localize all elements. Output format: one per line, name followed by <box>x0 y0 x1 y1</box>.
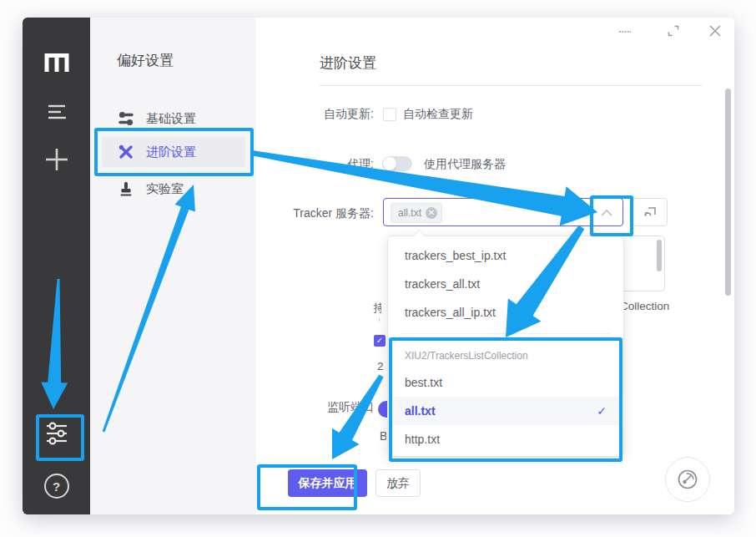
helper-text-fragment: 〈 <box>372 313 380 328</box>
proxy-label: 代理: <box>257 157 374 172</box>
lab-stamp-icon <box>118 181 134 196</box>
sidebar-item-label: 基础设置 <box>146 111 196 127</box>
dropdown-group-label: XIU2/TrackersListCollection <box>388 343 623 368</box>
sidebar-item-advanced[interactable]: 进阶设置 <box>102 137 245 167</box>
proxy-toggle[interactable] <box>382 156 412 171</box>
auto-update-checkbox-label[interactable]: 自动检查更新 <box>403 107 473 122</box>
app-window: ? 偏好设置 基础设置 进阶设置 <box>23 18 734 514</box>
sync-icon <box>643 205 658 219</box>
listen-port-label: 监听端口 <box>211 400 374 415</box>
page-title: 进阶设置 <box>320 53 376 73</box>
tag-close-icon[interactable]: ✕ <box>426 207 437 219</box>
dropdown-item[interactable]: trackers_all_ip.txt <box>388 298 623 327</box>
title-divider <box>320 85 702 86</box>
preferences-title: 偏好设置 <box>117 51 174 70</box>
dropdown-item[interactable]: http.txt <box>388 425 623 453</box>
preferences-sidebar: 偏好设置 基础设置 进阶设置 <box>90 18 256 514</box>
auto-update-checkbox[interactable] <box>383 108 396 121</box>
textarea-scrollbar[interactable] <box>657 240 662 271</box>
tracker-select[interactable]: all.txt ✕ <box>383 198 623 226</box>
dropdown-item[interactable]: trackers_all.txt <box>388 270 623 298</box>
proxy-toggle-label: 使用代理服务器 <box>424 157 506 172</box>
sidebar-item-label: 实验室 <box>146 181 184 197</box>
sidebar-item-basic[interactable]: 基础设置 <box>102 104 245 134</box>
maximize-button[interactable] <box>667 24 680 38</box>
auto-update-label: 自动更新: <box>257 107 374 122</box>
help-icon[interactable]: ? <box>23 474 90 499</box>
sidebar-item-label: 进阶设置 <box>146 144 196 160</box>
toggles-icon <box>118 111 134 126</box>
tracker-dropdown: trackers_best_ip.txt trackers_all.txt tr… <box>387 236 624 457</box>
add-task-icon[interactable] <box>23 147 90 172</box>
dropdown-divider <box>401 333 610 334</box>
sync-interval-checkbox[interactable]: ✓ <box>374 335 386 347</box>
interval-text-fragment: 2 <box>377 360 387 372</box>
motrix-logo-icon <box>44 53 69 73</box>
close-icon[interactable] <box>708 24 722 38</box>
save-button[interactable]: 保存并应用 <box>288 469 367 497</box>
speedometer-icon <box>675 467 700 492</box>
annotated-screenshot: ? 偏好设置 基础设置 进阶设置 <box>0 0 756 537</box>
sidebar-item-lab[interactable]: 实验室 <box>102 174 245 204</box>
tracker-label: Tracker 服务器: <box>257 206 374 221</box>
bt-text-fragment: B <box>380 429 386 443</box>
preferences-sliders-icon[interactable] <box>23 422 90 445</box>
dropdown-item[interactable]: best.txt <box>388 368 623 397</box>
icon-rail: ? <box>23 18 90 514</box>
discard-button[interactable]: 放弃 <box>375 469 421 497</box>
toggle-knob <box>383 157 396 170</box>
tools-icon <box>118 144 134 160</box>
dropdown-caret <box>413 230 426 243</box>
dropdown-item[interactable]: trackers_best_ip.txt <box>388 241 623 270</box>
tracker-tag: all.txt ✕ <box>391 203 442 223</box>
dropdown-item-selected[interactable]: all.txt ✓ <box>388 397 623 425</box>
speedometer-fab[interactable] <box>665 457 710 502</box>
chevron-up-icon[interactable] <box>601 210 612 216</box>
check-icon: ✓ <box>597 397 607 425</box>
dropdown-item-label: all.txt <box>405 404 436 418</box>
app-logo <box>23 53 90 73</box>
window-scrollbar[interactable] <box>725 89 731 296</box>
minimize-button[interactable] <box>618 25 632 38</box>
helper-text-fragment: Collection <box>620 300 670 312</box>
task-list-icon[interactable] <box>23 104 90 120</box>
tracker-tag-label: all.txt <box>398 207 421 219</box>
help-glyph: ? <box>44 474 69 499</box>
sync-trackers-button[interactable] <box>633 198 668 226</box>
